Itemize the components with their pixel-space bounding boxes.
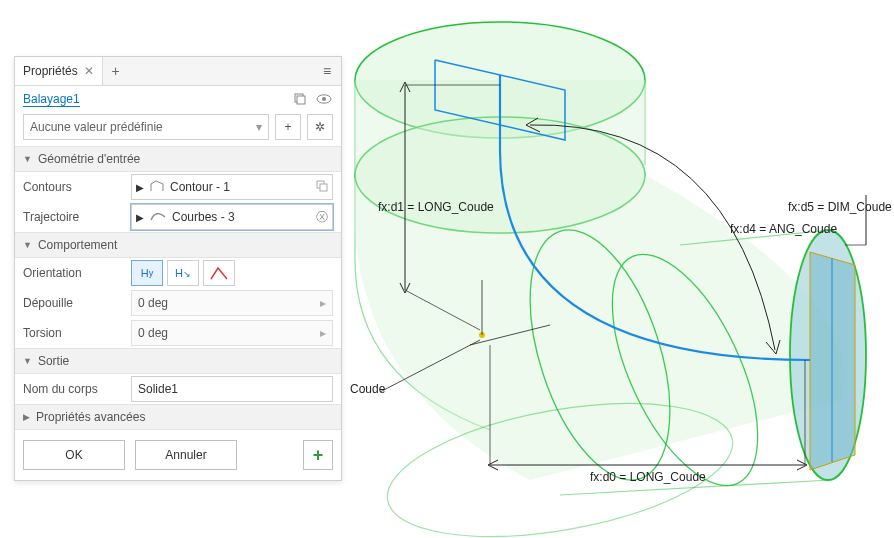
feature-name-link[interactable]: Balayage1	[23, 92, 80, 107]
viewport-3d[interactable]: fx:d1 = LONG_Coude fx:d0 = LONG_Coude fx…	[350, 0, 894, 538]
clear-selection-icon[interactable]: ⓧ	[316, 209, 328, 226]
tab-properties[interactable]: Propriétés ✕	[15, 57, 103, 85]
copy-selection-icon[interactable]	[316, 180, 328, 195]
pointer-icon: ▶	[136, 182, 144, 193]
profile-icon	[150, 180, 164, 195]
panel-menu-icon[interactable]: ≡	[313, 63, 341, 79]
cancel-button[interactable]: Annuler	[135, 440, 237, 470]
body-name-value: Solide1	[138, 382, 178, 396]
chevron-right-icon: ▶	[23, 412, 30, 422]
section-advanced[interactable]: ▶ Propriétés avancées	[15, 404, 341, 430]
section-behavior[interactable]: ▼ Comportement	[15, 232, 341, 258]
contours-value: Contour - 1	[170, 180, 230, 194]
add-tab-button[interactable]: +	[103, 63, 129, 79]
chevron-right-icon: ▸	[320, 296, 326, 310]
copy-icon[interactable]	[291, 90, 309, 108]
twist-value: 0 deg	[138, 326, 168, 340]
part-label[interactable]: Coude	[350, 382, 385, 396]
orientation-fixed[interactable]: H↘	[167, 260, 199, 286]
chevron-down-icon: ▼	[23, 154, 32, 164]
label-taper: Dépouille	[23, 296, 123, 310]
label-body-name: Nom du corps	[23, 382, 123, 396]
trajectory-selector[interactable]: ▶ Courbes - 3 ⓧ	[131, 204, 333, 230]
taper-value: 0 deg	[138, 296, 168, 310]
close-icon[interactable]: ✕	[84, 64, 94, 78]
add-preset-button[interactable]: +	[275, 114, 301, 140]
section-output[interactable]: ▼ Sortie	[15, 348, 341, 374]
preset-settings-button[interactable]: ✲	[307, 114, 333, 140]
chevron-down-icon: ▼	[23, 240, 32, 250]
section-title: Sortie	[38, 354, 69, 368]
section-title: Propriétés avancées	[36, 410, 145, 424]
contours-selector[interactable]: ▶ Contour - 1	[131, 174, 333, 200]
section-title: Géométrie d'entrée	[38, 152, 140, 166]
preset-dropdown[interactable]: Aucune valeur prédéfinie ▾	[23, 114, 269, 140]
svg-point-24	[322, 97, 326, 101]
section-title: Comportement	[38, 238, 117, 252]
section-input-geometry[interactable]: ▼ Géométrie d'entrée	[15, 146, 341, 172]
label-contours: Contours	[23, 180, 123, 194]
svg-rect-22	[297, 96, 305, 104]
visibility-icon[interactable]	[315, 90, 333, 108]
label-orientation: Orientation	[23, 266, 123, 280]
dimension-d4[interactable]: fx:d4 = ANG_Coude	[730, 222, 837, 236]
orientation-follow-path[interactable]: Hy	[131, 260, 163, 286]
label-twist: Torsion	[23, 326, 123, 340]
apply-and-new-button[interactable]: +	[303, 440, 333, 470]
orientation-guide[interactable]	[203, 260, 235, 286]
curve-icon	[150, 210, 166, 224]
dimension-d1[interactable]: fx:d1 = LONG_Coude	[378, 200, 494, 214]
pointer-icon: ▶	[136, 212, 144, 223]
dimension-d5[interactable]: fx:d5 = DIM_Coude	[788, 200, 892, 214]
chevron-down-icon: ▾	[256, 120, 262, 134]
chevron-right-icon: ▸	[320, 326, 326, 340]
twist-input[interactable]: 0 deg ▸	[131, 320, 333, 346]
svg-rect-26	[320, 184, 327, 191]
body-name-input[interactable]: Solide1	[131, 376, 333, 402]
ok-button[interactable]: OK	[23, 440, 125, 470]
trajectory-value: Courbes - 3	[172, 210, 235, 224]
properties-panel: Propriétés ✕ + ≡ Balayage1 Aucune valeur…	[14, 56, 342, 481]
chevron-down-icon: ▼	[23, 356, 32, 366]
dimension-d0[interactable]: fx:d0 = LONG_Coude	[590, 470, 706, 484]
panel-tabbar: Propriétés ✕ + ≡	[15, 57, 341, 86]
tab-title: Propriétés	[23, 64, 78, 78]
preset-placeholder: Aucune valeur prédéfinie	[30, 120, 163, 134]
taper-input[interactable]: 0 deg ▸	[131, 290, 333, 316]
gear-icon: ✲	[315, 120, 325, 134]
label-trajectory: Trajectoire	[23, 210, 123, 224]
